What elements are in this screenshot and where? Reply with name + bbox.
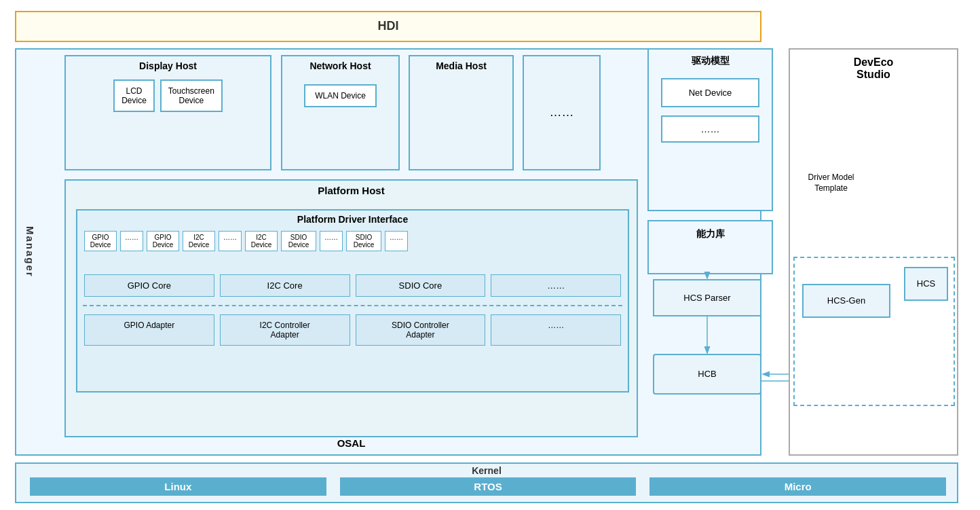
capability-section: 能力库 xyxy=(647,220,773,274)
display-host-title: Display Host xyxy=(66,56,270,74)
hcb-box: HCB xyxy=(653,354,761,395)
wlan-device-box: WLAN Device xyxy=(304,84,377,107)
core-row: GPIO Core I2C Core SDIO Core …… xyxy=(77,273,628,298)
dmt-label: Driver Model Template xyxy=(795,172,867,195)
gpio-core-box: GPIO Core xyxy=(84,274,214,297)
ellipsis-host-box: …… xyxy=(523,55,601,170)
adapter-row: GPIO Adapter I2C ControllerAdapter SDIO … xyxy=(77,313,628,347)
capability-title: 能力库 xyxy=(649,221,772,247)
pdi-title: Platform Driver Interface xyxy=(77,211,628,228)
kernel-boxes: Linux RTOS Micro xyxy=(30,477,946,496)
ellipsis-gpio-1: …… xyxy=(120,231,143,251)
deveco-right-panel: DevEco Studio Driver Model Template HCS-… xyxy=(789,48,958,456)
lcd-device-box: LCDDevice xyxy=(113,79,155,112)
gpio-device-2: GPIODevice xyxy=(147,231,179,251)
arrow-space xyxy=(77,254,628,273)
kernel-title: Kernel xyxy=(16,465,957,476)
net-device-box: Net Device xyxy=(661,78,759,107)
gpio-adapter-box: GPIO Adapter xyxy=(84,314,214,346)
hcs-parser-box: HCS Parser xyxy=(653,279,761,316)
ellipsis-sdio-2: …… xyxy=(385,231,408,251)
media-host-title: Media Host xyxy=(410,56,512,74)
hdi-label: HDI xyxy=(378,19,399,33)
network-host-box: Network Host WLAN Device xyxy=(281,55,400,170)
osal-label: OSAL xyxy=(64,434,638,453)
micro-box: Micro xyxy=(649,477,946,496)
i2c-core-box: I2C Core xyxy=(220,274,350,297)
linux-box: Linux xyxy=(30,477,326,496)
core-ellipsis: …… xyxy=(491,274,621,297)
driver-model-ellipsis: …… xyxy=(661,115,759,143)
platform-host-title: Platform Host xyxy=(66,181,637,200)
media-host-box: Media Host xyxy=(409,55,514,170)
sdio-adapter-box: SDIO ControllerAdapter xyxy=(356,314,486,346)
i2c-device-2: I2CDevice xyxy=(245,231,278,251)
hcs-box: HCS xyxy=(904,267,948,301)
device-row: GPIODevice …… GPIODevice I2CDevice …… I2… xyxy=(77,228,628,254)
sdio-core-box: SDIO Core xyxy=(356,274,486,297)
adapter-ellipsis: …… xyxy=(491,314,621,346)
gpio-device-1: GPIODevice xyxy=(84,231,117,251)
sdio-device-1: SDIODevice xyxy=(281,231,316,251)
i2c-device-1: I2CDevice xyxy=(183,231,215,251)
sdio-device-2: SDIODevice xyxy=(346,231,381,251)
ellipsis-i2c-1: …… xyxy=(219,231,242,251)
network-host-devices: WLAN Device xyxy=(282,84,398,107)
display-host-devices: LCDDevice TouchscreenDevice xyxy=(66,79,270,112)
kernel-section: Kernel Linux RTOS Micro xyxy=(15,462,958,503)
platform-host-box: Platform Host Platform Driver Interface … xyxy=(64,179,638,437)
deveco-panel-title: DevEco Studio xyxy=(790,50,957,88)
pdi-box: Platform Driver Interface GPIODevice …… … xyxy=(76,209,629,393)
network-host-title: Network Host xyxy=(282,56,398,74)
display-host-box: Display Host LCDDevice TouchscreenDevice xyxy=(64,55,271,170)
dashed-separator xyxy=(83,305,622,306)
i2c-adapter-box: I2C ControllerAdapter xyxy=(220,314,350,346)
hcs-gen-box: HCS-Gen xyxy=(802,284,890,318)
driver-model-section: 驱动模型 Net Device …… xyxy=(647,48,773,211)
driver-model-cn-title: 驱动模型 xyxy=(649,50,772,70)
touchscreen-device-box: TouchscreenDevice xyxy=(160,79,223,112)
ellipsis-sdio-1: …… xyxy=(320,231,343,251)
rtos-box: RTOS xyxy=(340,477,637,496)
hdi-bar: HDI xyxy=(15,11,761,42)
